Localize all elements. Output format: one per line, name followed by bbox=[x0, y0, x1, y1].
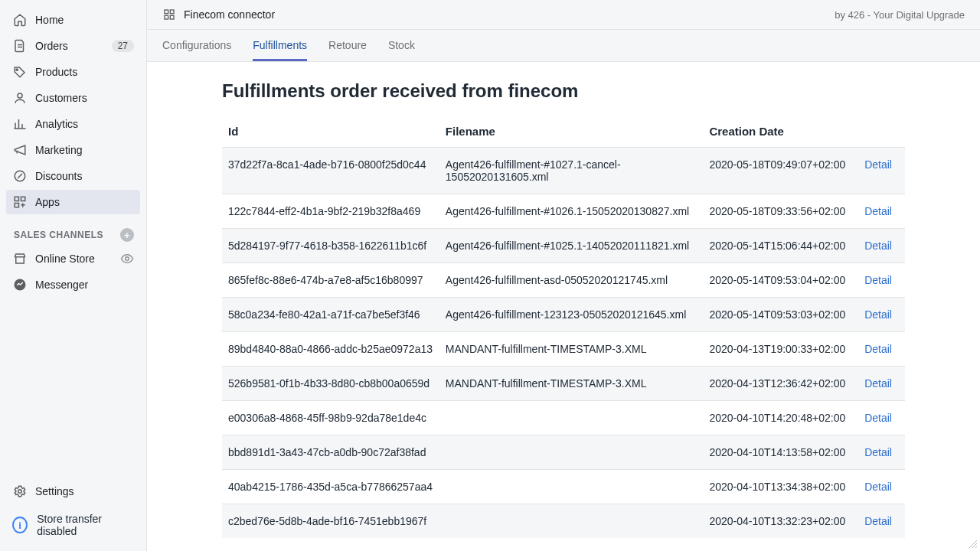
tab-fulfillments[interactable]: Fulfillments bbox=[253, 30, 307, 61]
cell-id: e00306a8-4868-45ff-98b9-92da78e1de4c bbox=[222, 401, 439, 435]
cell-date: 2020-05-14T15:06:44+02:00 bbox=[703, 229, 858, 263]
cell-id: c2bed76e-5d8b-4ade-bf16-7451ebb1967f bbox=[222, 504, 439, 539]
detail-link[interactable]: Detail bbox=[864, 308, 892, 321]
cell-id: 5d284197-9f77-4618-b358-1622611b1c6f bbox=[222, 229, 439, 263]
discounts-icon bbox=[12, 168, 28, 184]
svg-point-1 bbox=[18, 93, 22, 98]
table-row: 5d284197-9f77-4618-b358-1622611b1c6fAgen… bbox=[222, 229, 905, 263]
sidebar: Home Orders 27 Products Customers Analyt… bbox=[0, 0, 147, 551]
messenger-icon bbox=[12, 277, 28, 292]
cell-filename: MANDANT-fulfillment-TIMESTAMP-3.XML bbox=[439, 367, 704, 401]
cell-date: 2020-04-10T13:34:38+02:00 bbox=[703, 470, 858, 504]
nav-settings[interactable]: Settings bbox=[6, 479, 140, 504]
detail-link[interactable]: Detail bbox=[864, 240, 892, 252]
nav-customers[interactable]: Customers bbox=[6, 86, 140, 110]
cell-date: 2020-04-10T14:13:58+02:00 bbox=[703, 435, 858, 470]
add-channel-icon[interactable]: + bbox=[120, 228, 134, 242]
settings-label: Settings bbox=[35, 485, 134, 497]
detail-link[interactable]: Detail bbox=[864, 481, 892, 493]
cell-filename: Agent426-fulfillment-123123-050520201216… bbox=[439, 298, 704, 332]
table-row: 865fef8c-88e6-474b-a7e8-af5c16b80997Agen… bbox=[222, 263, 905, 298]
detail-link[interactable]: Detail bbox=[864, 158, 892, 171]
cell-detail: Detail bbox=[858, 332, 905, 367]
table-row: 58c0a234-fe80-42a1-a71f-ca7be5ef3f46Agen… bbox=[222, 298, 905, 332]
sales-channels-header: SALES CHANNELS + bbox=[6, 216, 140, 246]
detail-link[interactable]: Detail bbox=[864, 343, 892, 355]
detail-link[interactable]: Detail bbox=[864, 515, 892, 527]
detail-link[interactable]: Detail bbox=[864, 446, 892, 458]
eye-icon[interactable] bbox=[120, 252, 134, 266]
cell-detail: Detail bbox=[858, 148, 905, 194]
nav-apps[interactable]: Apps bbox=[6, 190, 140, 214]
cell-date: 2020-04-10T14:20:48+02:00 bbox=[703, 401, 858, 435]
main: Finecom connector by 426 - Your Digital … bbox=[147, 0, 980, 551]
cell-date: 2020-04-13T19:00:33+02:00 bbox=[703, 332, 858, 367]
table-row: 526b9581-0f1b-4b33-8d80-cb8b00a0659dMAND… bbox=[222, 367, 905, 401]
nav-products[interactable]: Products bbox=[6, 60, 140, 84]
table-row: 89bd4840-88a0-4866-addc-b25ae0972a13MAND… bbox=[222, 332, 905, 367]
nav-home[interactable]: Home bbox=[6, 8, 140, 32]
tabs: Configurations Fulfillments Retoure Stoc… bbox=[147, 30, 980, 62]
store-transfer-label: Store transfer disabled bbox=[37, 513, 134, 537]
home-icon bbox=[12, 12, 28, 28]
cell-id: 37d22f7a-8ca1-4ade-b716-0800f25d0c44 bbox=[222, 148, 439, 194]
analytics-icon bbox=[12, 116, 28, 132]
col-detail bbox=[858, 116, 905, 148]
cell-id: 40ab4215-1786-435d-a5ca-b77866257aa4 bbox=[222, 470, 439, 504]
svg-point-6 bbox=[126, 257, 129, 261]
nav-label: Messenger bbox=[35, 279, 134, 291]
table-row: c2bed76e-5d8b-4ade-bf16-7451ebb1967f2020… bbox=[222, 504, 905, 539]
detail-link[interactable]: Detail bbox=[864, 377, 892, 390]
nav-label: Apps bbox=[35, 196, 134, 208]
topbar-left: Finecom connector bbox=[162, 8, 275, 21]
nav-label: Customers bbox=[35, 92, 134, 104]
table-row: bbd891d1-3a43-47cb-a0db-90c72af38fad2020… bbox=[222, 435, 905, 470]
svg-rect-12 bbox=[170, 15, 174, 19]
marketing-icon bbox=[12, 142, 28, 158]
svg-rect-9 bbox=[165, 10, 168, 14]
nav-label: Discounts bbox=[35, 170, 134, 182]
col-filename: Filename bbox=[439, 116, 704, 148]
cell-id: 89bd4840-88a0-4866-addc-b25ae0972a13 bbox=[222, 332, 439, 367]
cell-filename: Agent426-fulfillment-#1025.1-14052020111… bbox=[439, 229, 704, 263]
cell-detail: Detail bbox=[858, 367, 905, 401]
cell-id: 865fef8c-88e6-474b-a7e8-af5c16b80997 bbox=[222, 263, 439, 298]
nav-online-store[interactable]: Online Store bbox=[6, 246, 140, 271]
orders-badge: 27 bbox=[112, 40, 134, 52]
cell-filename: Agent426-fulfillment-#1026.1-15052020130… bbox=[439, 194, 704, 229]
nav-primary: Home Orders 27 Products Customers Analyt… bbox=[0, 0, 146, 473]
detail-link[interactable]: Detail bbox=[864, 205, 892, 217]
nav-label: Home bbox=[35, 14, 134, 26]
cell-filename: MANDANT-fulfillment-TIMESTAMP-3.XML bbox=[439, 332, 704, 367]
page-title: Fulfillments order received from finecom bbox=[222, 80, 965, 102]
cell-detail: Detail bbox=[858, 263, 905, 298]
nav-label: Analytics bbox=[35, 118, 134, 130]
table-row: 37d22f7a-8ca1-4ade-b716-0800f25d0c44Agen… bbox=[222, 148, 905, 194]
detail-link[interactable]: Detail bbox=[864, 274, 892, 286]
cell-id: 122c7844-eff2-4b1a-9bf2-219b32f8a469 bbox=[222, 194, 439, 229]
cell-date: 2020-04-13T12:36:42+02:00 bbox=[703, 367, 858, 401]
orders-icon bbox=[12, 38, 28, 54]
svg-point-8 bbox=[18, 490, 22, 494]
svg-rect-10 bbox=[170, 10, 174, 14]
nav-messenger[interactable]: Messenger bbox=[6, 272, 140, 297]
topbar: Finecom connector by 426 - Your Digital … bbox=[147, 0, 980, 30]
detail-link[interactable]: Detail bbox=[864, 412, 892, 424]
tab-stock[interactable]: Stock bbox=[388, 30, 415, 61]
svg-point-0 bbox=[16, 69, 18, 70]
cell-date: 2020-05-14T09:53:03+02:00 bbox=[703, 298, 858, 332]
tab-configurations[interactable]: Configurations bbox=[162, 30, 231, 61]
nav-marketing[interactable]: Marketing bbox=[6, 138, 140, 162]
info-icon: i bbox=[12, 517, 28, 533]
content: Fulfillments order received from finecom… bbox=[147, 62, 980, 551]
nav-discounts[interactable]: Discounts bbox=[6, 164, 140, 188]
tab-retoure[interactable]: Retoure bbox=[328, 30, 367, 61]
gear-icon bbox=[12, 484, 28, 499]
app-title: Finecom connector bbox=[184, 8, 275, 21]
nav-orders[interactable]: Orders 27 bbox=[6, 34, 140, 58]
section-label: SALES CHANNELS bbox=[14, 230, 103, 240]
store-transfer-status[interactable]: i Store transfer disabled bbox=[6, 505, 140, 545]
app-icon bbox=[162, 8, 176, 21]
cell-filename bbox=[439, 435, 704, 470]
nav-analytics[interactable]: Analytics bbox=[6, 112, 140, 136]
